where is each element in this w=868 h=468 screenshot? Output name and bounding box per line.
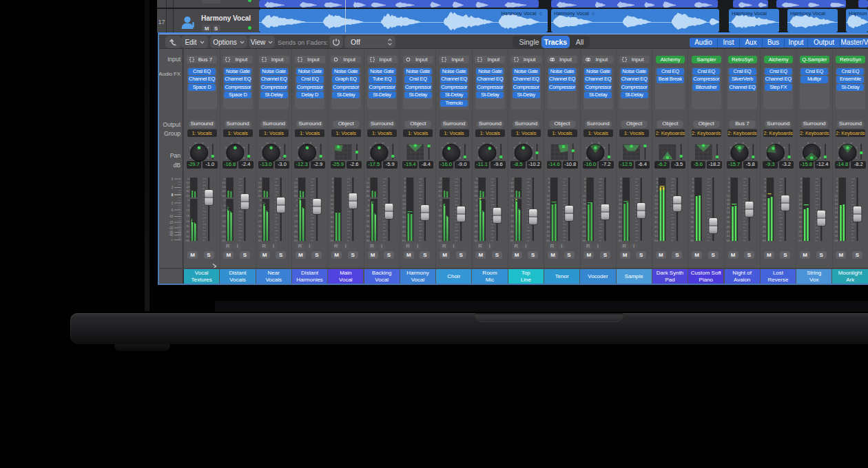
svg-text:60: 60 <box>619 239 622 242</box>
svg-text:60: 60 <box>727 239 730 242</box>
svg-text:24: 24 <box>438 220 442 223</box>
svg-text:15: 15 <box>619 198 622 202</box>
svg-text:35: 35 <box>619 220 622 224</box>
svg-text:40: 40 <box>619 225 622 228</box>
svg-text:45: 45 <box>583 230 586 233</box>
svg-text:24: 24 <box>258 220 262 223</box>
svg-text:30: 30 <box>727 215 730 219</box>
svg-text:0: 0 <box>476 198 478 202</box>
svg-text:24: 24 <box>583 211 586 214</box>
svg-text:50: 50 <box>402 234 406 237</box>
svg-text:0: 0 <box>224 198 226 202</box>
svg-text:0: 0 <box>296 198 298 202</box>
svg-text:0: 0 <box>296 177 298 180</box>
svg-text:40: 40 <box>186 189 189 193</box>
svg-text:24: 24 <box>546 211 550 214</box>
svg-text:6: 6 <box>584 185 586 189</box>
svg-text:30: 30 <box>583 215 586 219</box>
svg-text:0: 0 <box>368 177 370 180</box>
svg-text:3: 3 <box>764 181 766 184</box>
svg-text:12: 12 <box>546 194 550 198</box>
svg-text:30: 30 <box>763 215 766 219</box>
svg-text:3: 3 <box>657 181 659 184</box>
svg-text:50: 50 <box>223 235 226 238</box>
svg-text:21: 21 <box>330 206 333 210</box>
svg-text:45: 45 <box>654 230 658 233</box>
svg-text:9: 9 <box>764 189 766 193</box>
svg-text:40: 40 <box>763 225 766 228</box>
svg-text:9: 9 <box>692 189 694 193</box>
svg-text:3: 3 <box>692 181 694 184</box>
svg-text:30: 30 <box>835 215 838 219</box>
svg-text:40: 40 <box>294 189 298 193</box>
svg-text:35: 35 <box>727 220 730 224</box>
svg-text:0: 0 <box>584 177 586 180</box>
svg-text:40: 40 <box>366 189 370 193</box>
svg-text:12: 12 <box>223 181 226 184</box>
svg-text:6: 6 <box>260 204 262 207</box>
svg-text:24: 24 <box>294 185 298 189</box>
svg-text:60: 60 <box>690 239 694 242</box>
svg-text:15: 15 <box>583 198 586 202</box>
svg-text:60: 60 <box>223 239 226 242</box>
svg-text:0: 0 <box>260 177 262 180</box>
svg-text:35: 35 <box>583 220 586 224</box>
svg-text:40: 40 <box>798 225 802 228</box>
svg-text:0: 0 <box>728 177 730 180</box>
svg-text:45: 45 <box>402 230 406 233</box>
svg-text:12: 12 <box>654 194 658 198</box>
svg-text:0: 0 <box>440 198 442 202</box>
svg-text:15: 15 <box>798 198 802 202</box>
svg-text:0: 0 <box>620 177 622 180</box>
svg-text:18: 18 <box>366 214 370 217</box>
svg-text:30: 30 <box>546 215 550 219</box>
svg-text:18: 18 <box>186 214 189 217</box>
svg-text:12: 12 <box>475 209 478 212</box>
svg-text:60: 60 <box>223 194 226 198</box>
svg-text:9: 9 <box>800 189 803 193</box>
svg-text:50: 50 <box>438 235 442 238</box>
svg-text:18: 18 <box>798 202 802 206</box>
svg-text:6: 6 <box>476 204 478 207</box>
svg-text:45: 45 <box>619 230 622 233</box>
svg-text:24: 24 <box>294 220 298 223</box>
svg-text:35: 35 <box>330 220 333 224</box>
svg-text:18: 18 <box>763 202 766 206</box>
svg-text:60: 60 <box>510 239 514 242</box>
svg-text:40: 40 <box>258 230 262 233</box>
svg-text:24: 24 <box>223 185 226 189</box>
svg-text:40: 40 <box>835 225 838 228</box>
svg-text:40: 40 <box>510 230 514 233</box>
svg-text:0: 0 <box>764 177 766 180</box>
svg-text:21: 21 <box>763 206 766 210</box>
svg-text:30: 30 <box>798 215 802 219</box>
svg-text:40: 40 <box>583 225 586 228</box>
svg-text:30: 30 <box>438 224 442 228</box>
svg-text:50: 50 <box>294 235 298 238</box>
svg-text:60: 60 <box>583 239 586 242</box>
svg-text:6: 6 <box>296 204 298 207</box>
svg-text:60: 60 <box>366 194 370 198</box>
svg-text:60: 60 <box>835 239 838 242</box>
svg-text:18: 18 <box>690 202 694 206</box>
svg-text:6: 6 <box>224 204 226 207</box>
svg-text:40: 40 <box>654 225 658 228</box>
svg-text:21: 21 <box>798 206 802 210</box>
svg-text:0: 0 <box>404 177 406 180</box>
svg-text:12: 12 <box>294 181 298 184</box>
svg-text:24: 24 <box>475 185 478 189</box>
svg-text:24: 24 <box>475 220 478 223</box>
svg-text:12: 12 <box>258 209 262 212</box>
svg-text:60: 60 <box>798 239 802 242</box>
svg-text:24: 24 <box>510 185 514 189</box>
svg-text:3: 3 <box>548 181 550 184</box>
svg-text:40: 40 <box>727 225 730 228</box>
svg-text:18: 18 <box>330 202 333 206</box>
svg-text:50: 50 <box>186 235 189 238</box>
svg-text:15: 15 <box>835 198 838 202</box>
svg-text:30: 30 <box>654 215 658 219</box>
svg-text:40: 40 <box>223 230 226 233</box>
svg-text:60: 60 <box>510 194 514 198</box>
svg-text:24: 24 <box>366 220 370 223</box>
svg-text:18: 18 <box>654 202 658 206</box>
